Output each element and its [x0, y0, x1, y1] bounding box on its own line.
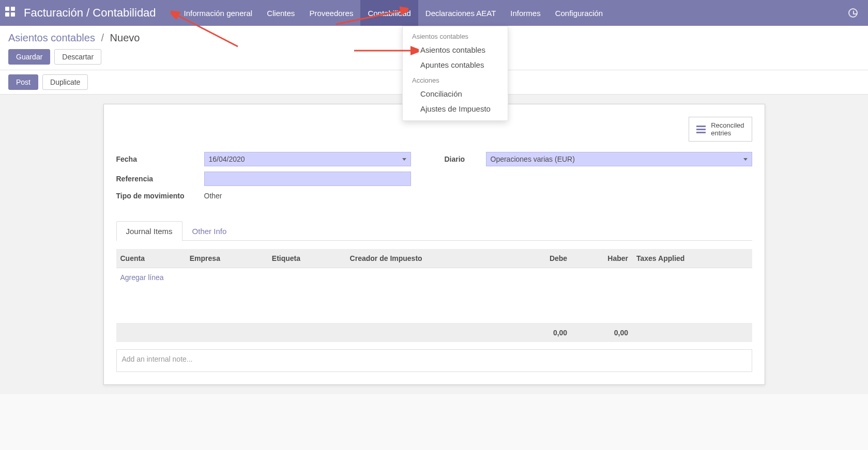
fecha-input[interactable]: 16/04/2020	[204, 152, 411, 166]
nav-informacion-general[interactable]: Información general	[177, 0, 260, 26]
discard-button[interactable]: Descartar	[54, 49, 101, 65]
referencia-label: Referencia	[116, 175, 204, 183]
dropdown-apuntes-contables[interactable]: Apuntes contables	[403, 57, 508, 72]
dropdown-conciliacion[interactable]: Conciliación	[403, 86, 508, 101]
col-taxes[interactable]: Taxes Applied	[632, 249, 752, 268]
col-debe[interactable]: Debe	[516, 249, 571, 268]
post-button[interactable]: Post	[8, 74, 38, 90]
tipo-movimiento-value: Other	[204, 192, 222, 200]
col-creador[interactable]: Creador de Impuesto	[346, 249, 516, 268]
internal-note-input[interactable]: Add an internal note...	[116, 349, 752, 372]
nav-configuracion[interactable]: Configuración	[548, 0, 611, 26]
dropdown-ajustes-impuesto[interactable]: Ajustes de Impuesto	[403, 101, 508, 116]
diario-select[interactable]: Operaciones varias (EUR)	[486, 152, 752, 166]
col-etiqueta[interactable]: Etiqueta	[268, 249, 346, 268]
tab-other-info[interactable]: Other Info	[182, 221, 237, 241]
dropdown-asientos-contables[interactable]: Asientos contables	[403, 42, 508, 57]
dropdown-section-header: Asientos contables	[403, 28, 508, 42]
nav-proveedores[interactable]: Proveedores	[302, 0, 360, 26]
stat-button-label: Reconciled	[711, 121, 744, 129]
navbar-menu: Información general Clientes Proveedores…	[177, 0, 611, 26]
clock-icon[interactable]	[848, 8, 858, 18]
tab-journal-items[interactable]: Journal Items	[116, 221, 182, 241]
referencia-input[interactable]	[204, 172, 411, 186]
apps-icon[interactable]	[5, 7, 18, 19]
hamburger-icon	[696, 126, 706, 133]
app-title: Facturación / Contabilidad	[24, 6, 156, 20]
nav-informes[interactable]: Informes	[503, 0, 547, 26]
chevron-down-icon	[402, 158, 406, 161]
diario-label: Diario	[445, 155, 486, 163]
nav-contabilidad[interactable]: Contabilidad	[360, 0, 418, 26]
dropdown-section-header: Acciones	[403, 72, 508, 86]
col-haber[interactable]: Haber	[571, 249, 632, 268]
col-cuenta[interactable]: Cuenta	[116, 249, 186, 268]
total-debe: 0,00	[516, 323, 571, 342]
navbar: Facturación / Contabilidad Información g…	[0, 0, 868, 26]
sheet-background: Reconciled entries Fecha 16/04/2020	[0, 95, 868, 394]
breadcrumb-link[interactable]: Asientos contables	[8, 32, 95, 43]
chevron-down-icon	[743, 158, 748, 161]
form-sheet: Reconciled entries Fecha 16/04/2020	[103, 104, 765, 385]
stat-button-label: entries	[711, 129, 744, 137]
duplicate-button[interactable]: Duplicate	[42, 74, 88, 90]
breadcrumb-current: Nuevo	[110, 32, 140, 43]
tabs: Journal Items Other Info	[116, 221, 752, 241]
save-button[interactable]: Guardar	[8, 49, 50, 65]
journal-items-table: Cuenta Empresa Etiqueta Creador de Impue…	[116, 249, 752, 342]
reconciled-entries-button[interactable]: Reconciled entries	[689, 117, 752, 142]
add-line-link[interactable]: Agregar línea	[120, 273, 164, 282]
total-haber: 0,00	[571, 323, 632, 342]
fecha-label: Fecha	[116, 155, 204, 163]
tipo-movimiento-label: Tipo de movimiento	[116, 192, 204, 200]
nav-declaraciones-aeat[interactable]: Declaraciones AEAT	[418, 0, 503, 26]
col-empresa[interactable]: Empresa	[186, 249, 268, 268]
nav-clientes[interactable]: Clientes	[260, 0, 302, 26]
contabilidad-dropdown: Asientos contables Asientos contables Ap…	[402, 26, 508, 121]
